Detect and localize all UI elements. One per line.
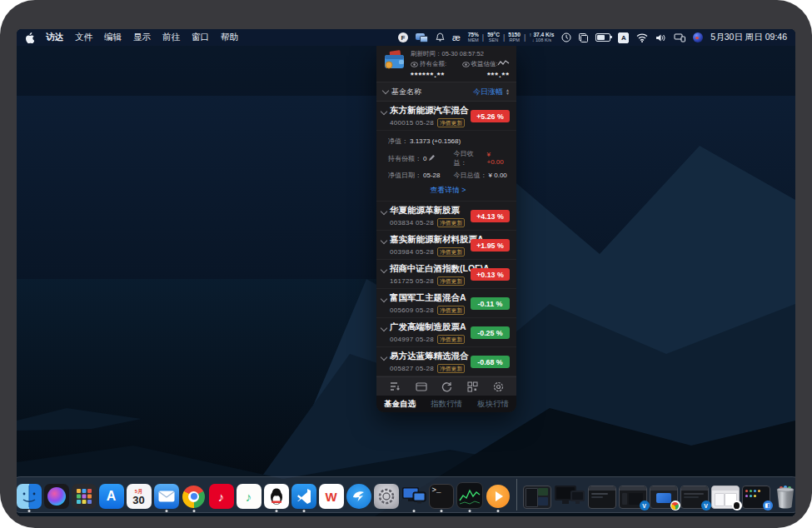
fund-row[interactable]: 广发高端制造股票A 004997 05-28 净值更新 -0.25 % bbox=[376, 318, 516, 347]
dock-launchpad[interactable] bbox=[72, 484, 97, 509]
wallet-icon bbox=[383, 50, 406, 70]
sidecar-display-icon[interactable] bbox=[674, 33, 685, 42]
tab-sector-quotes[interactable]: 板块行情 bbox=[470, 399, 516, 410]
fund-row[interactable]: 易方达蓝筹精选混合 005827 05-28 净值更新 -0.68 % bbox=[376, 347, 516, 376]
settings-gear-icon[interactable] bbox=[493, 381, 504, 392]
chevron-down-icon bbox=[381, 266, 387, 273]
dock-calendar[interactable]: 5月30 bbox=[127, 484, 152, 509]
qr-grid-icon[interactable] bbox=[467, 381, 478, 392]
fund-row[interactable]: 富国军工主题混合A 005609 05-28 净值更新 -0.11 % bbox=[376, 289, 516, 318]
system-stats-widget[interactable]: 75%MEM | 59°CSEN | 5150RPM | ↑ 37.4 K/s↓… bbox=[468, 32, 555, 43]
dock-window-terminal[interactable] bbox=[523, 486, 551, 509]
fund-name: 广发高端制造股票A bbox=[390, 321, 466, 333]
dock-siri[interactable] bbox=[44, 484, 69, 509]
view-details-link[interactable]: 查看详情 > bbox=[388, 183, 508, 199]
dock-system-monitor[interactable] bbox=[456, 482, 483, 509]
holdings-label[interactable]: 持有金额: bbox=[411, 60, 459, 68]
nav-updated-badge: 净值更新 bbox=[437, 118, 465, 127]
edit-pencil-icon[interactable] bbox=[428, 155, 435, 162]
chevron-down-icon bbox=[381, 296, 387, 302]
dock-window-vscode-1[interactable]: V bbox=[619, 486, 647, 509]
dock-qq-music[interactable]: ♪ bbox=[237, 484, 262, 509]
wallet-tool-icon[interactable] bbox=[416, 381, 427, 391]
wifi-icon[interactable] bbox=[636, 33, 648, 42]
dock-qq[interactable] bbox=[264, 484, 289, 509]
apple-menu-icon[interactable] bbox=[25, 32, 34, 43]
fund-list: 东方新能源汽车混合 400015 05-28 净值更新 +5.26 % 净值：3… bbox=[376, 102, 516, 376]
dock-system-preferences[interactable] bbox=[374, 484, 399, 509]
notification-bell-icon[interactable] bbox=[436, 32, 445, 42]
menu-window[interactable]: 窗口 bbox=[192, 32, 209, 43]
dock-dingtalk[interactable] bbox=[346, 484, 371, 509]
dock-netease-music[interactable]: ♪ bbox=[209, 484, 234, 509]
vscode-badge-icon: V bbox=[701, 501, 711, 511]
refresh-icon[interactable] bbox=[441, 381, 452, 392]
ligature-status-icon[interactable]: æ bbox=[452, 32, 461, 42]
menu-edit[interactable]: 编辑 bbox=[104, 32, 122, 43]
dock-window-finder[interactable] bbox=[711, 486, 740, 509]
nav-updated-badge: 净值更新 bbox=[437, 335, 465, 344]
fund-name: 易方达蓝筹精选混合 bbox=[390, 351, 469, 362]
dock-displays[interactable] bbox=[401, 484, 426, 509]
sort-filter-icon[interactable] bbox=[389, 381, 401, 391]
qq-badge-icon bbox=[732, 501, 742, 511]
menu-go[interactable]: 前往 bbox=[162, 32, 180, 43]
eye-icon bbox=[411, 62, 418, 67]
fund-row[interactable]: 东方新能源汽车混合 400015 05-28 净值更新 +5.26 % bbox=[376, 102, 516, 131]
fund-name: 东方新能源汽车混合 bbox=[390, 105, 469, 117]
chrome-badge-icon bbox=[670, 501, 680, 511]
volume-icon[interactable] bbox=[655, 33, 666, 42]
chevron-down-icon bbox=[381, 237, 387, 244]
battery-icon[interactable] bbox=[595, 33, 610, 42]
dock-vscode[interactable] bbox=[291, 484, 316, 509]
fund-row[interactable]: 华夏能源革新股票 003834 05-28 净值更新 +4.13 % bbox=[376, 202, 516, 231]
trend-chart-icon[interactable] bbox=[497, 59, 510, 67]
nav-updated-badge: 净值更新 bbox=[437, 276, 465, 286]
dock-trash[interactable] bbox=[775, 484, 796, 509]
change-badge: +0.13 % bbox=[471, 268, 510, 281]
dock-chrome[interactable] bbox=[182, 484, 207, 509]
fund-code-date: 003834 05-28 bbox=[390, 219, 434, 227]
change-badge: +5.26 % bbox=[471, 110, 510, 122]
change-badge: -0.11 % bbox=[471, 297, 510, 310]
dock-wps-office[interactable]: W bbox=[319, 484, 344, 509]
eye-icon bbox=[462, 62, 470, 67]
chevron-down-icon bbox=[381, 325, 387, 331]
fund-row[interactable]: 招商中证白酒指数(LOF)A 161725 05-28 净值更新 +0.13 % bbox=[376, 260, 516, 289]
menu-bar-clock[interactable]: 5月30日 周日 09:46 bbox=[710, 32, 787, 43]
tab-index-quotes[interactable]: 指数行情 bbox=[423, 399, 470, 410]
dock-window-chrome[interactable] bbox=[650, 486, 678, 509]
app-sphere-icon[interactable] bbox=[693, 32, 703, 42]
tab-fund-watchlist[interactable]: 基金自选 bbox=[376, 399, 423, 410]
column-fund-name[interactable]: 基金名称 bbox=[383, 87, 421, 97]
panel-tab-bar: 基金自选 指数行情 板块行情 bbox=[376, 396, 516, 412]
menu-help[interactable]: 帮助 bbox=[221, 32, 238, 43]
dock-window-vscode-2[interactable]: V bbox=[680, 486, 709, 509]
clock-utility-icon[interactable] bbox=[561, 32, 571, 42]
fund-row[interactable]: 嘉实新能源新材料股票A 003984 05-28 净值更新 +1.95 % bbox=[376, 231, 516, 260]
dock-window-dark[interactable] bbox=[588, 486, 616, 509]
dock-window-grid[interactable]: ◧ bbox=[742, 486, 770, 509]
dock: A 5月30 ♪ ♪ W >_ bbox=[17, 476, 795, 513]
shares-value: 0 bbox=[423, 155, 426, 162]
column-today-change[interactable]: 今日涨幅▲▼ bbox=[473, 87, 510, 97]
dock-app-store[interactable]: A bbox=[99, 484, 124, 509]
menu-file[interactable]: 文件 bbox=[75, 32, 92, 43]
today-total-value: ¥ 0.00 bbox=[489, 172, 507, 179]
dock-finder[interactable] bbox=[17, 484, 42, 509]
change-badge: -0.68 % bbox=[471, 356, 510, 368]
clipboard-icon[interactable] bbox=[579, 33, 588, 42]
menu-view[interactable]: 显示 bbox=[133, 32, 151, 43]
input-method-icon[interactable]: A bbox=[618, 32, 629, 43]
chevron-down-icon bbox=[381, 354, 387, 361]
f-app-status-icon[interactable]: F bbox=[398, 32, 408, 42]
screen-mirroring-icon[interactable] bbox=[416, 33, 428, 42]
desktop: 访达 文件 编辑 显示 前往 窗口 帮助 F æ 75%MEM | 59°CSE… bbox=[17, 29, 795, 516]
menu-finder[interactable]: 访达 bbox=[46, 32, 63, 43]
nav-updated-badge: 净值更新 bbox=[437, 364, 465, 373]
dock-mail[interactable] bbox=[154, 484, 179, 509]
dock-huya[interactable] bbox=[486, 484, 511, 509]
dock-terminal[interactable]: >_ bbox=[429, 484, 454, 509]
list-header: 基金名称 今日涨幅▲▼ bbox=[376, 82, 516, 102]
dock-window-displays[interactable] bbox=[554, 484, 585, 509]
